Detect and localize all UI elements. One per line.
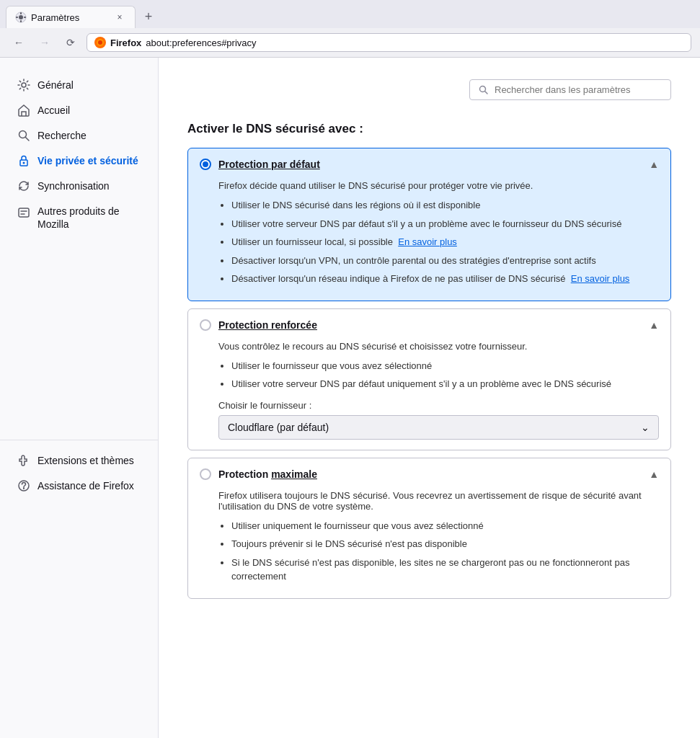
list-item: Utiliser un fournisseur local, si possib…	[231, 235, 659, 249]
chevron-default: ▲	[649, 159, 659, 170]
provider-section: Choisir le fournisseur : Cloudflare (par…	[218, 400, 659, 440]
learn-more-link-2[interactable]: En savoir plus	[571, 273, 630, 284]
sidebar-item-privacy[interactable]: Vie privée et sécurité	[6, 148, 152, 173]
tab-close-button[interactable]: ×	[113, 11, 126, 24]
provider-label: Choisir le fournisseur :	[218, 400, 659, 411]
tab-favicon	[15, 12, 27, 23]
option-list-default: Utiliser le DNS sécurisé dans les région…	[218, 198, 659, 286]
forward-button[interactable]: →	[35, 32, 55, 53]
option-body-enhanced: Vous contrôlez le recours au DNS sécuris…	[188, 341, 670, 450]
option-title-underline-max: maximale	[271, 468, 317, 480]
provider-value: Cloudflare (par défaut)	[228, 422, 329, 433]
tab-title: Paramètres	[31, 12, 109, 23]
help-icon	[17, 479, 30, 492]
list-item: Utiliser le fournisseur que vous avez sé…	[231, 359, 659, 373]
radio-enhanced[interactable]	[200, 319, 211, 331]
option-card-default: Protection par défaut ▲ Firefox décide q…	[187, 148, 671, 301]
option-title-enhanced: Protection renforcée	[218, 319, 317, 331]
sidebar-item-home[interactable]: Accueil	[6, 98, 152, 123]
lock-icon	[17, 154, 30, 167]
option-card-enhanced: Protection renforcée ▲ Vous contrôlez le…	[187, 308, 671, 450]
option-header-right-default: Protection par défaut ▲	[218, 159, 659, 170]
new-tab-button[interactable]: +	[138, 7, 159, 27]
sidebar-item-home-label: Accueil	[37, 105, 70, 116]
list-item: Utiliser le DNS sécurisé dans les région…	[231, 198, 659, 213]
sidebar-item-search-label: Recherche	[37, 130, 87, 141]
sync-icon	[17, 179, 30, 192]
svg-point-12	[23, 162, 25, 164]
option-header-right-enhanced: Protection renforcée ▲	[218, 319, 659, 331]
sidebar-item-sync-label: Synchronisation	[37, 180, 110, 192]
list-item: Utiliser uniquement le fournisseur que v…	[231, 519, 659, 533]
provider-select[interactable]: Cloudflare (par défaut) ⌄	[218, 415, 659, 440]
section-title: Activer le DNS sécurisé avec :	[187, 122, 671, 136]
search-icon-bar	[479, 85, 489, 95]
search-icon	[17, 129, 30, 142]
svg-point-1	[19, 15, 23, 19]
sidebar-item-search[interactable]: Recherche	[6, 123, 152, 148]
sidebar-item-help-label: Assistance de Firefox	[37, 480, 134, 492]
sidebar-item-mozilla[interactable]: Autres produits de Mozilla	[6, 199, 152, 236]
firefox-logo-icon	[94, 37, 106, 48]
option-header-enhanced[interactable]: Protection renforcée ▲	[188, 309, 670, 341]
option-title-default: Protection par défaut	[218, 159, 320, 170]
sidebar-item-mozilla-label: Autres produits de Mozilla	[37, 205, 141, 231]
learn-more-link-1[interactable]: En savoir plus	[398, 236, 457, 247]
browser-chrome: Paramètres × + ← → ⟳ Firefox about:prefe…	[0, 0, 700, 58]
back-button[interactable]: ←	[9, 32, 29, 53]
list-item: Désactiver lorsqu'un VPN, un contrôle pa…	[231, 254, 659, 268]
option-title-underline: Protection par défaut	[218, 159, 320, 170]
sidebar-item-extensions[interactable]: Extensions et thèmes	[6, 448, 152, 473]
reload-button[interactable]: ⟳	[61, 32, 81, 53]
nav-bar: ← → ⟳ Firefox about:preferences#privacy	[0, 28, 700, 57]
svg-rect-2	[20, 12, 22, 14]
chevron-enhanced: ▲	[649, 319, 659, 331]
option-header-default[interactable]: Protection par défaut ▲	[188, 148, 670, 180]
list-item: Si le DNS sécurisé n'est pas disponible,…	[231, 556, 659, 584]
sidebar-item-general[interactable]: Général	[6, 73, 152, 97]
address-url: about:preferences#privacy	[146, 37, 256, 48]
option-card-max: Protection maximale ▲ Firefox utilisera …	[187, 458, 671, 599]
option-list-max: Utiliser uniquement le fournisseur que v…	[218, 519, 659, 584]
svg-rect-5	[24, 17, 26, 18]
option-list-enhanced: Utiliser le fournisseur que vous avez sé…	[218, 359, 659, 391]
chevron-max: ▲	[649, 468, 659, 480]
page: Général Accueil Recherche	[0, 58, 700, 738]
option-desc-max: Firefox utilisera toujours le DNS sécuri…	[218, 490, 659, 512]
search-input[interactable]	[495, 84, 662, 95]
svg-point-9	[22, 83, 26, 87]
sidebar: Général Accueil Recherche	[0, 58, 159, 738]
sidebar-item-privacy-label: Vie privée et sécurité	[37, 154, 138, 167]
list-item: Utiliser votre serveur DNS par défaut un…	[231, 377, 659, 391]
main-content: Activer le DNS sécurisé avec : Protectio…	[159, 58, 700, 738]
search-bar[interactable]	[469, 79, 671, 100]
svg-rect-13	[19, 208, 29, 217]
option-title-underline-enhanced: Protection renforcée	[218, 319, 317, 331]
svg-rect-3	[20, 20, 22, 22]
sidebar-item-help[interactable]: Assistance de Firefox	[6, 474, 152, 498]
option-desc-default: Firefox décide quand utiliser le DNS séc…	[218, 180, 659, 191]
list-item: Désactiver lorsqu'un réseau indique à Fi…	[231, 272, 659, 286]
gear-icon	[17, 79, 30, 92]
tab-bar: Paramètres × +	[0, 0, 700, 28]
list-item: Toujours prévenir si le DNS sécurisé n'e…	[231, 537, 659, 551]
home-icon	[17, 104, 30, 117]
sidebar-item-sync[interactable]: Synchronisation	[6, 174, 152, 198]
option-header-max[interactable]: Protection maximale ▲	[188, 458, 670, 490]
search-bar-container	[187, 79, 671, 100]
address-bar[interactable]: Firefox about:preferences#privacy	[87, 33, 691, 52]
list-item: Utiliser votre serveur DNS par défaut s'…	[231, 217, 659, 231]
option-title-max: Protection maximale	[218, 468, 317, 480]
extensions-icon	[17, 454, 30, 467]
svg-point-8	[98, 40, 102, 45]
option-header-right-max: Protection maximale ▲	[218, 468, 659, 480]
radio-max[interactable]	[200, 468, 211, 480]
chevron-down-icon: ⌄	[641, 422, 650, 433]
radio-default[interactable]	[200, 159, 211, 170]
option-body-max: Firefox utilisera toujours le DNS sécuri…	[188, 490, 670, 598]
mozilla-icon	[17, 206, 30, 219]
active-tab[interactable]: Paramètres ×	[6, 6, 136, 28]
svg-rect-4	[16, 17, 18, 18]
sidebar-item-extensions-label: Extensions et thèmes	[37, 455, 134, 466]
address-domain: Firefox	[110, 37, 141, 48]
